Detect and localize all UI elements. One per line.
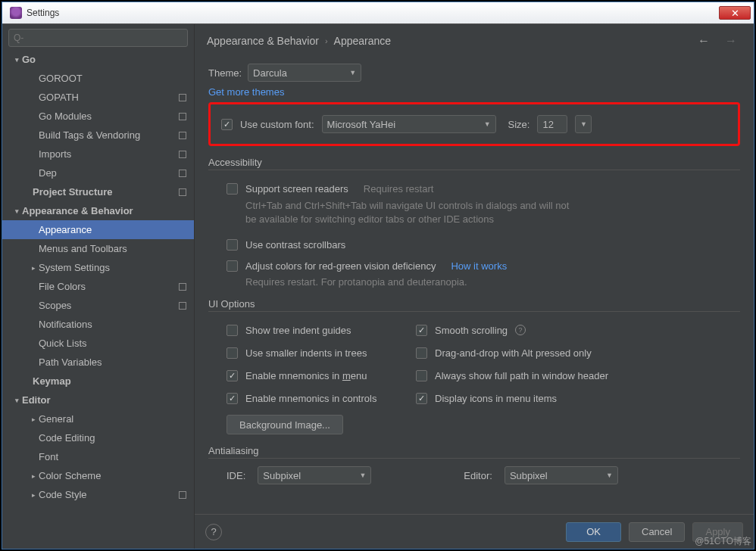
contrast-scrollbars-checkbox[interactable] (226, 239, 238, 251)
tree-item[interactable]: Quick Lists (2, 334, 194, 353)
chevron-right-icon: › (325, 36, 328, 45)
search-input[interactable] (8, 29, 188, 47)
chevron-right-icon[interactable]: ▸ (28, 491, 39, 499)
color-deficiency-checkbox[interactable] (226, 260, 238, 272)
window-title: Settings (27, 8, 719, 18)
theme-label: Theme: (208, 67, 242, 79)
tree-item[interactable]: Project Structure (2, 182, 194, 201)
full-path-checkbox[interactable] (416, 370, 427, 381)
chevron-down-icon[interactable]: ▾ (11, 397, 22, 404)
ok-button[interactable]: OK (566, 522, 621, 542)
icons-menu-checkbox[interactable] (416, 393, 427, 404)
tree-item-label: Go Modules (39, 111, 179, 122)
smooth-scrolling-checkbox[interactable] (416, 325, 427, 336)
background-image-button[interactable]: Background Image... (226, 415, 343, 434)
tree-item-label: GOPATH (39, 92, 179, 103)
breadcrumb-parent[interactable]: Appearance & Behavior (207, 35, 319, 47)
tree-item[interactable]: ▸System Settings (2, 258, 194, 277)
tree-item-label: Notifications (39, 319, 186, 330)
tree-item-label: Quick Lists (39, 338, 186, 349)
close-button[interactable]: ✕ (719, 6, 751, 20)
chevron-right-icon[interactable]: ▸ (28, 416, 39, 423)
chevron-down-icon: ▼ (606, 472, 613, 479)
color-deficiency-note: Requires restart. For protanopia and deu… (226, 276, 740, 288)
font-size-field[interactable]: 12 (537, 115, 567, 133)
tree-item[interactable]: ▸Code Style (2, 485, 194, 504)
aa-ide-label: IDE: (226, 470, 245, 481)
tree-item[interactable]: GOROOT (2, 69, 194, 88)
project-badge-icon (179, 151, 186, 158)
tree-item-label: Code Editing (39, 432, 186, 444)
tree-item[interactable]: Keymap (2, 372, 194, 391)
tree-item[interactable]: Path Variables (2, 353, 194, 372)
tree-item[interactable]: ▸Color Scheme (2, 466, 194, 485)
chevron-right-icon[interactable]: ▸ (28, 472, 39, 480)
help-button[interactable]: ? (205, 524, 222, 540)
tree-item[interactable]: GOPATH (2, 88, 194, 107)
aa-editor-dropdown[interactable]: Subpixel ▼ (505, 466, 618, 484)
breadcrumb-current: Appearance (334, 35, 392, 47)
requires-restart-hint: Requires restart (364, 183, 433, 195)
chevron-down-icon: ▼ (484, 120, 491, 128)
tree-item[interactable]: ▾Editor (2, 391, 194, 409)
tree-item-label: Dep (39, 167, 179, 179)
breadcrumb: Appearance & Behavior › Appearance ← → (195, 24, 754, 51)
get-more-themes-link[interactable]: Get more themes (208, 86, 284, 98)
tree-item[interactable]: Appearance (2, 220, 194, 239)
tree-item[interactable]: ▾Appearance & Behavior (2, 201, 194, 220)
tree-item[interactable]: Notifications (2, 315, 194, 334)
tree-item-label: Project Structure (33, 186, 179, 198)
tree-item[interactable]: ▾Go (2, 50, 194, 69)
how-it-works-link[interactable]: How it works (451, 260, 507, 272)
app-icon (10, 7, 22, 19)
tree-item-label: Appearance & Behavior (22, 205, 186, 216)
tree-item[interactable]: Dep (2, 163, 194, 182)
mnemonics-controls-checkbox[interactable] (226, 393, 238, 404)
tree-item-label: Scopes (39, 300, 179, 311)
use-custom-font-checkbox[interactable] (221, 119, 233, 130)
smaller-indents-checkbox[interactable] (226, 347, 238, 359)
tree-item[interactable]: Build Tags & Vendoring (2, 126, 194, 145)
tree-indent-checkbox[interactable] (226, 325, 238, 336)
theme-dropdown[interactable]: Darcula ▼ (248, 64, 361, 82)
tree-item[interactable]: File Colors (2, 277, 194, 296)
aa-ide-dropdown[interactable]: Subpixel ▼ (258, 466, 371, 484)
back-arrow-icon[interactable]: ← (693, 33, 714, 49)
mnemonics-menu-checkbox[interactable] (226, 370, 238, 381)
project-badge-icon (179, 302, 186, 310)
font-dropdown[interactable]: Microsoft YaHei ▼ (322, 115, 496, 133)
chevron-down-icon[interactable]: ▾ (11, 56, 22, 64)
chevron-down-icon[interactable]: ▾ (11, 207, 22, 215)
chevron-right-icon[interactable]: ▸ (28, 264, 39, 272)
tree-item[interactable]: Scopes (2, 296, 194, 315)
antialiasing-heading: Antialiasing (208, 445, 740, 456)
tree-item-label: Imports (39, 148, 179, 160)
tree-item-label: Keymap (33, 375, 186, 387)
font-size-stepper[interactable]: ▼ (575, 115, 592, 133)
tree-item-label: Editor (22, 394, 186, 406)
forward-arrow-icon[interactable]: → (720, 33, 742, 49)
settings-panel: Appearance & Behavior › Appearance ← → T… (195, 24, 754, 549)
settings-tree[interactable]: ▾GoGOROOTGOPATHGo ModulesBuild Tags & Ve… (2, 50, 194, 549)
tree-item-label: Font (39, 451, 186, 462)
tree-item[interactable]: Menus and Toolbars (2, 239, 194, 258)
tree-item[interactable]: Code Editing (2, 428, 194, 447)
tree-item[interactable]: ▸General (2, 409, 194, 428)
cancel-button[interactable]: Cancel (629, 522, 685, 542)
tree-item-label: Path Variables (39, 356, 186, 368)
tree-item-label: Color Scheme (39, 470, 186, 481)
tree-item[interactable]: Imports (2, 145, 194, 163)
tree-item[interactable]: Font (2, 447, 194, 466)
project-badge-icon (179, 113, 186, 120)
tree-item-label: Code Style (39, 489, 179, 500)
drag-alt-checkbox[interactable] (416, 347, 427, 359)
chevron-down-icon: ▼ (359, 472, 366, 479)
tree-item-label: File Colors (39, 281, 179, 292)
chevron-down-icon: ▼ (580, 120, 587, 128)
color-deficiency-label: Adjust colors for red-green vision defic… (245, 260, 436, 272)
tree-item[interactable]: Go Modules (2, 107, 194, 126)
help-icon[interactable]: ? (515, 325, 526, 335)
screen-readers-note: Ctrl+Tab and Ctrl+Shift+Tab will navigat… (226, 199, 583, 226)
project-badge-icon (179, 94, 186, 101)
screen-readers-checkbox[interactable] (226, 183, 238, 195)
